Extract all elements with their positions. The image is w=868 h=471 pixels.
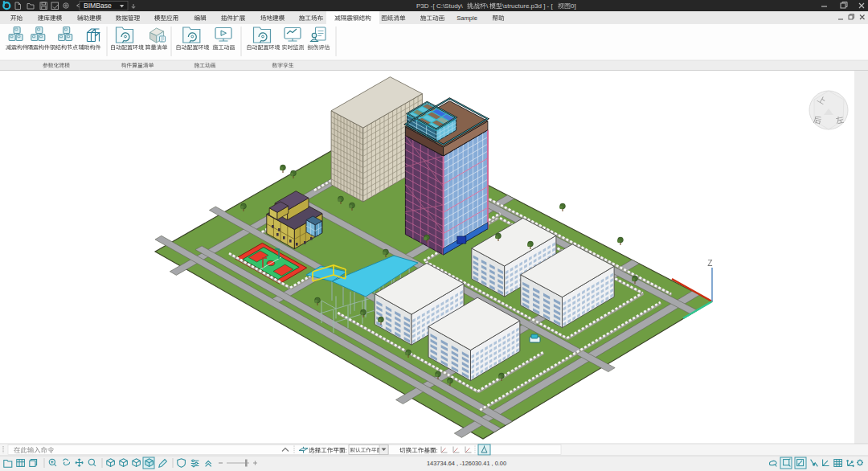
svg-text:BIMBase: BIMBase [84, 2, 112, 10]
svg-text:P3D -[ C:\Study\: P3D -[ C:\Study\ [416, 2, 464, 10]
svg-text:\structure.p3d ] - [: \structure.p3d ] - [ [502, 2, 553, 10]
svg-text:0]: 0] [571, 2, 576, 10]
svg-text:Sample: Sample [457, 14, 477, 22]
svg-text:143734.64 , -126030.41 , 0.00: 143734.64 , -126030.41 , 0.00 [427, 460, 506, 467]
